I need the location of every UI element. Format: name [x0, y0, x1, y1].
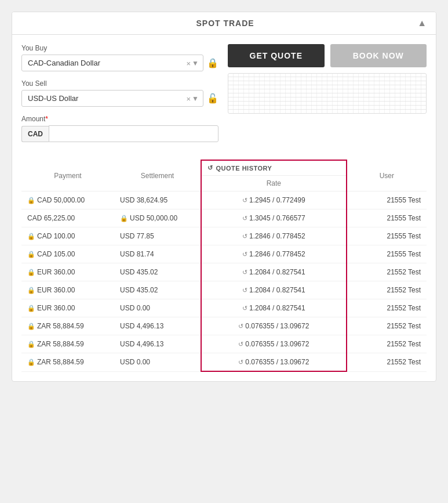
settlement-cell: USD 435.02	[114, 263, 201, 281]
rate-cell: ↺1.2945 / 0.772499	[201, 191, 347, 209]
user-cell: 21552 Test	[347, 353, 427, 372]
buy-select[interactable]: CAD-Canadian Dollar	[21, 55, 203, 71]
amount-row: CAD	[21, 125, 218, 142]
table-row: 🔒ZAR 58,884.59USD 0.00↺0.076355 / 13.096…	[21, 353, 427, 372]
col-header-rate: ↺ QUOTE HISTORY Rate	[201, 160, 347, 191]
settlement-cell: USD 4,496.13	[114, 335, 201, 353]
settlement-cell: USD 38,624.95	[114, 191, 201, 209]
table-section: Payment Settlement ↺ QUOTE HISTORY Rate …	[12, 160, 436, 381]
table-row: 🔒EUR 360.00USD 435.02↺1.2084 / 0.8275412…	[21, 263, 427, 281]
table-row: 🔒EUR 360.00USD 0.00↺1.2084 / 0.827541215…	[21, 299, 427, 317]
sell-select-wrapper: USD-US Dollar × ▼	[21, 90, 203, 107]
user-cell: 21555 Test	[347, 209, 427, 227]
buy-group: You Buy CAD-Canadian Dollar × ▼ 🔒	[21, 44, 218, 71]
collapse-icon[interactable]: ▲	[417, 18, 427, 28]
quote-history-header: ↺ QUOTE HISTORY	[202, 161, 346, 176]
rate-history-icon: ↺	[238, 323, 243, 330]
user-cell: 21552 Test	[347, 299, 427, 317]
payment-cell: 🔒ZAR 58,884.59	[21, 335, 114, 353]
rate-history-icon: ↺	[242, 215, 247, 222]
rate-cell: ↺1.2084 / 0.827541	[201, 281, 347, 299]
settlement-cell: USD 0.00	[114, 353, 201, 372]
rate-cell: ↺0.076355 / 13.09672	[201, 335, 347, 353]
lock-icon: 🔒	[27, 269, 35, 276]
buy-clear-icon[interactable]: ×	[186, 59, 191, 67]
top-content: You Buy CAD-Canadian Dollar × ▼ 🔒 You Se…	[12, 35, 436, 160]
rate-history-icon: ↺	[242, 287, 247, 294]
get-quote-button[interactable]: GET QUOTE	[228, 44, 325, 67]
rate-cell: ↺0.076355 / 13.09672	[201, 353, 347, 372]
lock-icon: 🔒	[27, 197, 35, 204]
book-now-button[interactable]: BOOK NOW	[330, 44, 427, 67]
rate-cell: ↺1.3045 / 0.766577	[201, 209, 347, 227]
buy-select-wrapper: CAD-Canadian Dollar × ▼	[21, 55, 203, 71]
col-header-user: User	[347, 160, 427, 191]
table-row: 🔒ZAR 58,884.59USD 4,496.13↺0.076355 / 13…	[21, 317, 427, 335]
payment-cell: 🔒CAD 50,000.00	[21, 191, 114, 209]
lock-icon: 🔒	[120, 215, 128, 222]
table-header-row: Payment Settlement ↺ QUOTE HISTORY Rate …	[21, 160, 427, 191]
rate-history-icon: ↺	[242, 251, 247, 258]
rate-history-icon: ↺	[242, 197, 247, 204]
rate-history-icon: ↺	[242, 269, 247, 276]
settlement-cell: USD 0.00	[114, 299, 201, 317]
rate-cell: ↺1.2084 / 0.827541	[201, 299, 347, 317]
lock-icon: 🔒	[27, 359, 35, 366]
lock-icon: 🔒	[27, 287, 35, 294]
rate-history-icon: ↺	[242, 233, 247, 240]
settlement-cell: USD 435.02	[114, 281, 201, 299]
lock-icon: 🔒	[27, 233, 35, 240]
button-row: GET QUOTE BOOK NOW	[228, 44, 427, 67]
user-cell: 21552 Test	[347, 335, 427, 353]
amount-prefix: CAD	[21, 126, 49, 142]
settlement-cell: USD 4,496.13	[114, 317, 201, 335]
header: SPOT TRADE ▲	[12, 12, 436, 35]
rate-history-icon: ↺	[242, 305, 247, 312]
right-panel: GET QUOTE BOOK NOW	[228, 44, 427, 150]
lock-icon: 🔒	[27, 341, 35, 348]
col-header-settlement: Settlement	[114, 160, 201, 191]
history-icon: ↺	[207, 164, 213, 172]
payment-cell: 🔒EUR 360.00	[21, 281, 114, 299]
settlement-cell: USD 77.85	[114, 227, 201, 245]
lock-icon: 🔒	[27, 305, 35, 312]
amount-group: Amount* CAD	[21, 115, 218, 142]
table-row: 🔒CAD 50,000.00USD 38,624.95↺1.2945 / 0.7…	[21, 191, 427, 209]
main-container: SPOT TRADE ▲ You Buy CAD-Canadian Dollar…	[12, 12, 436, 382]
sell-select[interactable]: USD-US Dollar	[21, 90, 203, 107]
lock-icon: 🔒	[27, 251, 35, 258]
sell-label: You Sell	[21, 79, 218, 88]
settlement-cell: USD 81.74	[114, 245, 201, 263]
lock-icon: 🔒	[27, 323, 35, 330]
header-title: SPOT TRADE	[33, 19, 417, 28]
rate-cell: ↺0.076355 / 13.09672	[201, 317, 347, 335]
left-panel: You Buy CAD-Canadian Dollar × ▼ 🔒 You Se…	[21, 44, 218, 150]
buy-label: You Buy	[21, 44, 218, 52]
sell-clear-icon[interactable]: ×	[186, 94, 191, 103]
table-row: 🔒CAD 105.00USD 81.74↺1.2846 / 0.77845221…	[21, 245, 427, 263]
history-table: Payment Settlement ↺ QUOTE HISTORY Rate …	[21, 160, 427, 372]
payment-cell: 🔒CAD 100.00	[21, 227, 114, 245]
user-cell: 21555 Test	[347, 245, 427, 263]
col-header-payment: Payment	[21, 160, 114, 191]
table-row: CAD 65,225.00🔒USD 50,000.00↺1.3045 / 0.7…	[21, 209, 427, 227]
table-row: 🔒CAD 100.00USD 77.85↺1.2846 / 0.77845221…	[21, 227, 427, 245]
rate-cell: ↺1.2084 / 0.827541	[201, 263, 347, 281]
user-cell: 21552 Test	[347, 317, 427, 335]
user-cell: 21555 Test	[347, 227, 427, 245]
rate-cell: ↺1.2846 / 0.778452	[201, 245, 347, 263]
rate-cell: ↺1.2846 / 0.778452	[201, 227, 347, 245]
payment-cell: 🔒ZAR 58,884.59	[21, 353, 114, 372]
table-row: 🔒EUR 360.00USD 435.02↺1.2084 / 0.8275412…	[21, 281, 427, 299]
amount-input[interactable]	[49, 125, 218, 142]
table-row: 🔒ZAR 58,884.59USD 4,496.13↺0.076355 / 13…	[21, 335, 427, 353]
payment-cell: 🔒CAD 105.00	[21, 245, 114, 263]
buy-lock-icon: 🔒	[207, 57, 218, 68]
amount-label: Amount*	[21, 115, 218, 123]
payment-cell: 🔒EUR 360.00	[21, 263, 114, 281]
user-cell: 21552 Test	[347, 281, 427, 299]
payment-cell: 🔒EUR 360.00	[21, 299, 114, 317]
settlement-cell: 🔒USD 50,000.00	[114, 209, 201, 227]
user-cell: 21555 Test	[347, 191, 427, 209]
buy-row: CAD-Canadian Dollar × ▼ 🔒	[21, 55, 218, 71]
